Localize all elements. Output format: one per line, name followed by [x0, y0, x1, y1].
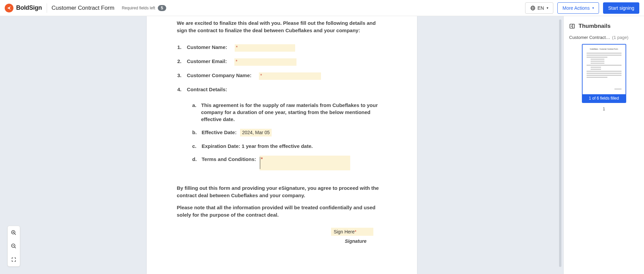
zoom-out-button[interactable] — [8, 239, 20, 253]
main-layout: We are excited to finalize this deal wit… — [0, 16, 644, 274]
more-actions-button[interactable]: More Actions ▾ — [557, 2, 599, 14]
thumbnail-page-count: (1 page) — [612, 35, 628, 40]
page-thumbnail[interactable]: Cubeflakes · Customer Contract Form 1 of… — [582, 44, 626, 103]
signature-area: Sign Here* Signature — [177, 228, 387, 244]
field-label-customer-name: Customer Name: — [187, 44, 227, 52]
list-item: c. Expiration Date: 1 year from the effe… — [192, 143, 387, 150]
effective-date-input[interactable]: 2024, Mar 05 — [240, 129, 272, 137]
contract-details-sublist: a. This agreement is for the supply of r… — [192, 102, 387, 177]
thumbnail-page-number: 1 — [569, 106, 639, 111]
more-actions-label: More Actions — [562, 5, 590, 11]
form-field-list: 1. Customer Name: * 2. Customer Email: *… — [177, 44, 387, 177]
start-signing-button[interactable]: Start signing — [603, 2, 639, 14]
brand-name: BoldSign — [16, 4, 42, 11]
list-item: a. This agreement is for the supply of r… — [192, 102, 387, 123]
header-actions: EN ▾ More Actions ▾ Start signing — [525, 2, 639, 14]
terms-label: Terms and Conditions: — [202, 156, 256, 162]
field-label-customer-email: Customer Email: — [187, 58, 227, 66]
panel-collapse-icon[interactable] — [569, 23, 575, 29]
field-label-company-name: Customer Company Name: — [187, 72, 252, 80]
agreement-paragraph: By filling out this form and providing y… — [177, 184, 387, 199]
zoom-out-icon — [11, 243, 17, 249]
thumbnails-title: Thumbnails — [579, 23, 610, 30]
thumbnail-doc-name: Customer Contract… — [569, 35, 610, 40]
brand-logo: BoldSign — [5, 4, 42, 12]
agreement-text: This agreement is for the supply of raw … — [201, 102, 386, 123]
required-fields-label: Required fields left — [122, 6, 155, 10]
customer-email-input[interactable]: * — [234, 58, 296, 66]
terms-conditions-input[interactable]: * — [260, 156, 350, 170]
app-header: BoldSign Customer Contract Form Required… — [0, 0, 644, 16]
list-item: 3. Customer Company Name: * — [177, 72, 387, 80]
required-fields-count: 5 — [158, 5, 166, 11]
effective-date-label: Effective Date: — [202, 129, 237, 135]
expiration-date-text: Expiration Date: 1 year from the effecti… — [202, 143, 313, 150]
text-caret — [260, 157, 260, 169]
svg-rect-4 — [570, 24, 574, 28]
fullscreen-button[interactable] — [8, 253, 20, 266]
thumbnail-status: 1 of 6 fields filled — [583, 94, 626, 102]
document-title: Customer Contract Form — [52, 5, 114, 11]
divider — [47, 3, 47, 13]
thumbnail-doc-info: Customer Contract… (1 page) — [569, 35, 639, 40]
list-item: 1. Customer Name: * — [177, 44, 387, 52]
language-label: EN — [538, 5, 544, 11]
scrollbar[interactable] — [559, 19, 561, 267]
list-item: d. Terms and Conditions: * — [192, 156, 387, 170]
zoom-in-button[interactable] — [8, 226, 20, 239]
document-page: We are excited to finalize this deal wit… — [147, 16, 417, 274]
customer-name-input[interactable]: * — [235, 44, 295, 52]
intro-paragraph: We are excited to finalize this deal wit… — [177, 19, 387, 34]
boldsign-logo-icon — [5, 4, 13, 12]
fullscreen-icon — [11, 257, 16, 262]
thumbnails-panel: Thumbnails Customer Contract… (1 page) C… — [563, 16, 644, 274]
confidentiality-paragraph: Please note that all the information pro… — [177, 204, 387, 219]
company-name-input[interactable]: * — [259, 72, 321, 80]
document-viewer[interactable]: We are excited to finalize this deal wit… — [0, 16, 563, 274]
signature-caption: Signature — [177, 238, 373, 244]
list-item: 4. Contract Details: a. This agreement i… — [177, 87, 387, 177]
chevron-down-icon: ▾ — [592, 6, 594, 10]
thumbnails-header: Thumbnails — [569, 23, 639, 30]
globe-icon — [530, 5, 536, 11]
thumbnail-preview: Cubeflakes · Customer Contract Form — [583, 45, 626, 94]
zoom-controls — [7, 226, 20, 267]
zoom-in-icon — [11, 230, 17, 236]
list-item: 2. Customer Email: * — [177, 58, 387, 66]
field-label-contract-details: Contract Details: — [187, 87, 227, 92]
list-item: b. Effective Date: 2024, Mar 05 — [192, 129, 387, 137]
chevron-down-icon: ▾ — [547, 6, 548, 10]
required-fields-indicator: Required fields left 5 — [122, 5, 166, 11]
signature-input[interactable]: Sign Here* — [331, 228, 373, 236]
language-selector[interactable]: EN ▾ — [525, 2, 553, 14]
